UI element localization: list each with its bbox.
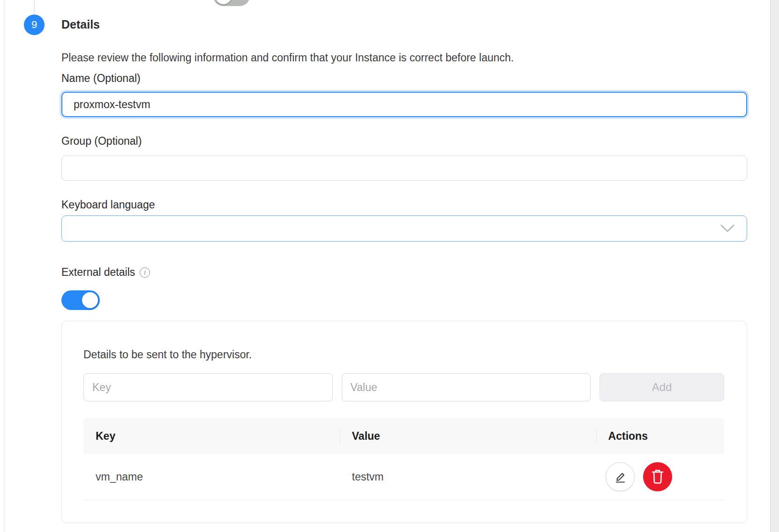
- edit-icon: [613, 470, 627, 484]
- table-header-actions: Actions: [596, 418, 724, 454]
- key-value-table: Key Value Actions vm_name testvm: [83, 418, 724, 500]
- page-left-border: [4, 0, 5, 532]
- step-number: 9: [31, 19, 37, 31]
- group-input[interactable]: [61, 155, 747, 181]
- details-step-page: 9 Details Please review the following in…: [0, 0, 779, 532]
- previous-section-toggle[interactable]: [213, 0, 250, 6]
- stepper-connector-line: [34, 0, 35, 13]
- scrollbar-track[interactable]: [770, 0, 779, 532]
- header-actions-label: Actions: [608, 430, 648, 443]
- keyboard-language-label: Keyboard language: [61, 198, 747, 212]
- external-details-toggle[interactable]: [61, 290, 100, 310]
- keyboard-language-select[interactable]: [61, 215, 747, 242]
- edit-button[interactable]: [606, 462, 635, 491]
- table-header-value: Value: [340, 418, 596, 454]
- name-input[interactable]: [61, 92, 747, 117]
- row-actions-cell: [596, 462, 724, 491]
- toggle-knob: [215, 0, 232, 4]
- external-details-row: External details i: [61, 266, 747, 279]
- key-input[interactable]: [83, 373, 333, 401]
- add-button[interactable]: Add: [599, 373, 724, 401]
- delete-icon: [650, 469, 665, 485]
- name-field-label: Name (Optional): [61, 71, 747, 85]
- group-field-label: Group (Optional): [61, 134, 747, 148]
- external-details-label: External details: [61, 266, 135, 279]
- intro-text: Please review the following information …: [61, 51, 747, 65]
- key-value-input-row: Add: [83, 373, 724, 401]
- toggle-knob: [82, 292, 98, 308]
- column-separator: [340, 428, 340, 444]
- hypervisor-details-panel: Details to be sent to the hypervisor. Ad…: [61, 321, 747, 523]
- header-key-label: Key: [96, 430, 115, 443]
- panel-description: Details to be sent to the hypervisor.: [83, 347, 724, 362]
- row-key-cell: vm_name: [83, 471, 340, 483]
- form-content: Please review the following information …: [61, 51, 747, 523]
- row-value-cell: testvm: [340, 471, 596, 483]
- table-row: vm_name testvm: [83, 454, 724, 500]
- column-separator: [596, 428, 597, 444]
- step-number-badge: 9: [24, 15, 45, 35]
- delete-button[interactable]: [643, 462, 672, 491]
- chevron-down-icon: [720, 224, 734, 233]
- value-input[interactable]: [342, 373, 591, 401]
- table-header-row: Key Value Actions: [83, 418, 724, 454]
- table-header-key: Key: [83, 418, 340, 454]
- header-value-label: Value: [352, 430, 380, 443]
- info-icon[interactable]: i: [140, 267, 150, 278]
- section-title: Details: [61, 18, 100, 31]
